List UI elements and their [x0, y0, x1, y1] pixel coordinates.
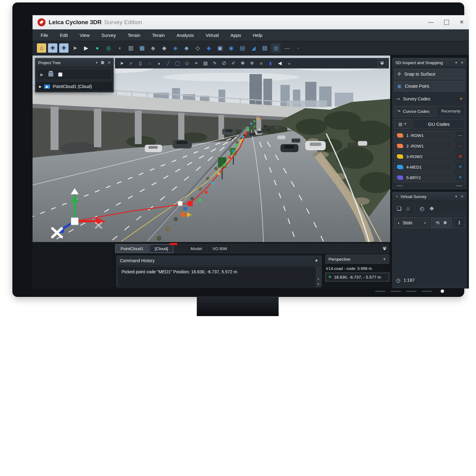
command-scrollbar[interactable]: ▼ ▼ [316, 267, 320, 287]
tab-pointcloud1[interactable]: PointCloud1 [115, 244, 149, 253]
code-row[interactable]: 2 -ROW1 [394, 141, 454, 151]
toolbar-icon[interactable]: ➤ [70, 43, 80, 53]
toolbar-icon[interactable]: ◆ [204, 43, 214, 53]
code-row[interactable]: 5-BRY2 [394, 173, 454, 182]
monitor-button[interactable] [375, 291, 386, 292]
recently-button[interactable]: Recemanly [437, 106, 465, 117]
viewport-tool-icon[interactable]: ▯ [136, 59, 144, 67]
menu-item[interactable]: Survey [101, 33, 116, 38]
viewport-tool-icon[interactable]: ▮ [267, 59, 275, 67]
viewport-tool-icon[interactable]: ▨ [201, 59, 209, 67]
collapse-icon[interactable]: ▾ [455, 194, 457, 199]
viewport-tool-icon[interactable]: ✎ [211, 59, 219, 67]
viewport-tool-icon[interactable]: ◆ [257, 59, 265, 67]
code-row[interactable]: 4-MED1 [394, 162, 454, 172]
monitor-button[interactable] [390, 291, 401, 292]
code-linestyle-button[interactable]: ⊠ [456, 152, 465, 161]
viewport-tool-icon[interactable]: ● [285, 59, 293, 67]
menu-item[interactable]: Analysis [177, 33, 194, 38]
settings-icon[interactable]: ❋ [443, 220, 447, 226]
code-row[interactable]: 1 -ROW1 [394, 131, 454, 140]
text-cursor-button[interactable]: I [454, 218, 465, 228]
menu-item[interactable]: Apps [231, 33, 241, 38]
maximize-button[interactable] [444, 20, 449, 25]
toolbar-icon[interactable]: — [282, 43, 292, 53]
viewport-tool-icon[interactable]: ❃ [239, 59, 247, 67]
scan-icon[interactable]: ❖ [429, 205, 434, 212]
window-icon[interactable]: ❏ [397, 205, 401, 212]
code-row[interactable]: 3-ROW2 [394, 152, 454, 161]
toolbar-icon[interactable]: ▥ [126, 43, 135, 53]
collapse-icon[interactable]: ▾ [455, 60, 457, 65]
close-button[interactable]: ✕ [460, 19, 464, 25]
curve-codes-button[interactable]: ↷ Curvce Codes [394, 106, 435, 117]
code-table-button[interactable]: ▤ ▼ [394, 119, 411, 129]
monitor-controls[interactable] [375, 289, 444, 293]
compass-icon[interactable]: ◴ [420, 205, 425, 212]
menu-item[interactable]: Virtual [206, 33, 219, 38]
viewport-tool-icon[interactable]: ◯ [174, 59, 182, 67]
menu-item[interactable]: File [41, 33, 48, 38]
tree-node-pointcloud[interactable]: ▶ PointCloud1 (Cloud) [36, 82, 113, 91]
building-icon[interactable]: ⌂ [406, 205, 409, 212]
monitor-button[interactable] [421, 291, 432, 292]
tools-dropdown[interactable]: ◗ Stols ▾ [394, 218, 429, 228]
position-readout[interactable]: ⚑ 18.630, -6.737, - 5.577 m [325, 273, 389, 281]
toolbar-icon[interactable]: ▶ [82, 43, 91, 53]
viewport-tool-icon[interactable]: ◇ [183, 59, 191, 67]
scroll-down-icon[interactable]: ▼ [317, 278, 320, 281]
chevron-down-icon[interactable]: ▼ [459, 97, 463, 101]
close-icon[interactable]: ✕ [461, 194, 464, 199]
refresh-icon[interactable]: ⟲ [436, 220, 440, 226]
survey-actions[interactable]: ⟲ ❋ [431, 218, 452, 228]
toolbar-icon[interactable]: ◉ [227, 43, 236, 53]
collapse-icon[interactable]: ▾ [96, 60, 98, 65]
project-tree-header[interactable]: Project Tree ▾ ✕ [35, 58, 113, 67]
viewport-tool-icon[interactable]: ➤ [118, 59, 126, 67]
menu-item[interactable]: Edit [60, 33, 68, 38]
viewport-tool-icon[interactable]: ◀ [276, 59, 284, 67]
viewport-3d[interactable]: ➤⌕▯∴◗╱◯◇✦▨✎∅✐❃✾◆▮◀● Project Tree ▾ ✕ [33, 55, 390, 242]
snap-to-surface-button[interactable]: ✥ Snap to Surface [394, 69, 465, 79]
tab-bim[interactable]: VO BIM [207, 244, 232, 253]
dock-icon[interactable] [101, 61, 104, 64]
menu-item[interactable]: Terain [152, 33, 165, 38]
viewport-tool-icon[interactable]: ✦ [192, 59, 200, 67]
viewport-tool-icon[interactable]: ∅ [220, 59, 228, 67]
viewport-tool-icon[interactable]: ✾ [248, 59, 256, 67]
projection-dropdown[interactable]: Perspective ▼ [325, 254, 389, 264]
tabs-filter-icon[interactable] [381, 245, 389, 252]
close-icon[interactable]: ✕ [461, 60, 464, 65]
close-icon[interactable]: ✕ [108, 60, 111, 65]
viewport-tool-icon[interactable]: ✐ [229, 59, 237, 67]
toolbar-icon[interactable]: ▦ [137, 43, 147, 53]
toolbar-icon[interactable]: ▤ [238, 43, 247, 53]
scroll-down-icon[interactable]: ▼ [317, 283, 320, 286]
toolbar-icon[interactable]: ✚ [48, 43, 57, 53]
toolbar-icon[interactable]: ◍ [271, 43, 280, 53]
toolbar-icon[interactable]: ✚ [59, 43, 68, 53]
minimize-button[interactable]: — [428, 19, 434, 25]
command-history-header[interactable]: Command History ✶ [117, 256, 321, 266]
toolbar-icon[interactable]: ◖ [115, 43, 124, 53]
codes-scrollbar[interactable] [394, 184, 465, 187]
viewport-tool-icon[interactable]: ∴ [146, 59, 154, 67]
toolbar-icon[interactable]: ◎ [104, 43, 113, 53]
expand-caret-icon[interactable]: ▶ [39, 85, 42, 89]
inspect-panel-header[interactable]: SD Inspect and Snapping ▾ ✕ [393, 58, 466, 67]
monitor-button[interactable] [406, 291, 416, 292]
toolbar-icon[interactable]: ⌂ [37, 43, 46, 53]
toolbar-icon[interactable]: ◢ [249, 43, 258, 53]
play-icon[interactable]: ▶ [40, 72, 43, 77]
viewport-tool-icon[interactable]: ⌕ [127, 59, 135, 67]
toolbar-icon[interactable]: ◈ [171, 43, 180, 53]
code-linestyle-button[interactable]: — [456, 131, 465, 139]
toolbar-icon[interactable]: ◆ [148, 43, 158, 53]
toolbar-icon[interactable]: - [293, 43, 303, 53]
viewport-tool-icon[interactable]: ╱ [164, 59, 172, 67]
trash-icon[interactable] [48, 72, 53, 77]
tab-model[interactable]: Model [186, 244, 207, 253]
toolbar-icon[interactable]: ◇ [193, 43, 202, 53]
pin-icon[interactable]: ✶ [315, 258, 318, 263]
menu-item[interactable]: Terain [128, 33, 140, 38]
